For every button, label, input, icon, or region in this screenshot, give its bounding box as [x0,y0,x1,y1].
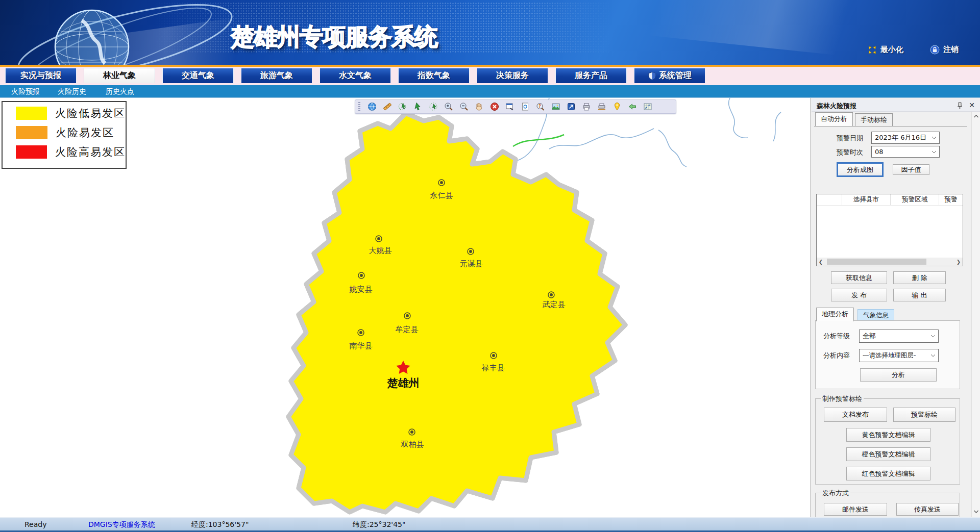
main-tabbar: 实况与预报 林业气象 交通气象 旅游气象 水文气象 指数气象 决策服务 服务产品… [0,67,980,85]
select-lasso-icon[interactable] [398,102,407,111]
minimize-button[interactable]: 最小化 [868,45,903,55]
map-export-icon[interactable] [567,102,576,111]
pin-icon[interactable] [612,102,622,111]
warning-plot-button[interactable]: 预警标绘 [893,408,955,422]
analyze-button[interactable]: 分析 [860,368,937,382]
chevron-down-icon [932,150,937,154]
panel-tab-auto-analysis[interactable]: 自动分析 [815,112,853,126]
column-header-warning[interactable]: 预警 [939,194,963,205]
county-label: 元谋县 [460,259,483,268]
analysis-level-label: 分析等级 [823,332,850,341]
subnav-fire-history[interactable]: 火险历史 [58,87,86,96]
svg-text:?: ? [538,104,541,109]
panel-tab-weather-info[interactable]: 气象信息 [857,309,894,320]
stop-icon[interactable] [490,102,499,111]
county-label: 大姚县 [369,246,392,255]
select-arrow-icon[interactable] [413,102,423,111]
shield-icon [648,71,656,81]
tab-forestry-weather[interactable]: 林业气象 [84,68,155,83]
pin-panel-icon[interactable] [955,102,964,110]
chevron-down-icon [930,335,936,338]
warn-time-label: 预警时次 [837,148,863,157]
column-header-region[interactable]: 预警区域 [891,194,939,205]
logout-button[interactable]: 注销 [930,45,959,55]
identify-icon[interactable]: ? [536,102,545,111]
toolbar-grip[interactable] [358,102,360,111]
publish-button[interactable]: 发 布 [831,289,887,301]
window-extent-icon[interactable] [505,102,514,111]
doc-publish-button[interactable]: 文档发布 [824,408,887,422]
back-arrow-icon[interactable] [628,102,637,111]
select-circle-icon[interactable] [429,102,438,111]
globe-logo-icon [5,0,240,65]
plot-print-icon[interactable] [597,102,606,111]
scrollbar-thumb[interactable] [827,259,926,265]
close-panel-icon[interactable]: ✕ [967,100,976,110]
orange-warning-doc-button[interactable]: 橙色预警文档编辑 [846,447,930,461]
scroll-up-icon[interactable] [973,114,979,119]
legend-row-low: 火险低易发区 [16,106,126,120]
yellow-warning-doc-button[interactable]: 黄色预警文档编辑 [846,428,930,442]
subnav-history-fire-points[interactable]: 历史火点 [106,87,134,96]
panel-header: 森林火险预报 ✕ [812,99,980,112]
legend-swatch-low [16,107,47,120]
chevron-down-icon [932,136,937,139]
overview-map-icon[interactable] [643,102,652,111]
zoom-out-icon[interactable] [459,102,469,111]
subnav-fire-forecast[interactable]: 火险预报 [11,87,40,96]
analyze-map-button[interactable]: 分析成图 [838,163,883,176]
tab-live-forecast[interactable]: 实况与预报 [5,68,77,83]
column-header[interactable] [817,194,842,205]
county-label: 姚安县 [350,285,373,294]
forest-fire-panel: 森林火险预报 ✕ 自动分析 手动标绘 预警日期 2023年 6月16日 预警时次… [811,98,980,517]
table-horizontal-scrollbar[interactable]: ❮ ❯ [817,258,963,266]
status-system-link[interactable]: DMGIS专项服务系统 [88,520,155,529]
tab-tourism-weather[interactable]: 旅游气象 [241,68,312,83]
tab-index-weather[interactable]: 指数气象 [398,68,470,83]
tab-decision-service[interactable]: 决策服务 [477,68,548,83]
tab-divider [814,126,967,126]
county-label: 双柏县 [401,440,424,449]
print-icon[interactable] [582,102,591,111]
warn-time-select[interactable]: 08 [871,146,940,158]
analysis-level-select[interactable]: 全部 [859,330,939,343]
panel-tab-geo-analysis[interactable]: 地理分析 [816,308,854,321]
zoom-in-icon[interactable] [444,102,453,111]
factor-value-button[interactable]: 因子值 [893,164,929,175]
globe-icon[interactable] [368,102,377,111]
legend-row-medium: 火险易发区 [16,125,126,140]
pan-hand-icon[interactable] [475,102,484,111]
delete-button[interactable]: 删 除 [893,271,946,284]
sub-navbar: 火险预报 火险历史 历史火点 [0,85,980,98]
panel-vertical-scrollbar[interactable] [971,112,980,517]
scroll-right-icon[interactable]: ❯ [954,259,963,265]
refresh-icon[interactable] [521,102,530,111]
status-longitude: 经度:103°56'57" [191,520,249,529]
fax-send-button[interactable]: 传真发送 [896,503,959,516]
column-header-county[interactable]: 选择县市 [842,194,891,205]
email-send-button[interactable]: 邮件发送 [824,503,887,516]
measure-icon[interactable] [383,102,392,111]
tab-service-products[interactable]: 服务产品 [555,68,627,83]
scroll-down-icon[interactable] [973,509,979,514]
panel-title: 森林火险预报 [817,102,856,111]
image-icon[interactable] [551,102,560,111]
tab-traffic-weather[interactable]: 交通气象 [162,68,234,83]
scroll-left-icon[interactable]: ❮ [817,259,825,265]
app-window: 楚雄州专项服务系统 最小化 注销 实况与预报 林业气象 交通气象 旅游气象 水文… [0,0,980,532]
county-label: 武定县 [543,300,566,309]
tab-system-management[interactable]: 系统管理 [634,68,705,83]
analysis-content-select[interactable]: 一请选择地理图层- [859,349,939,362]
map-canvas[interactable]: 永仁县 元谋县 大姚县 姚安县 武定县 牟定县 南华县 禄丰县 双柏县 楚雄州 … [0,98,811,517]
get-info-button[interactable]: 获取信息 [831,271,887,284]
warning-table[interactable]: 选择县市 预警区域 预警 ❮ ❯ [816,194,963,266]
warn-date-select[interactable]: 2023年 6月16日 [871,132,940,144]
export-button[interactable]: 输 出 [893,289,946,301]
panel-tab-manual-plot[interactable]: 手动标绘 [855,113,893,126]
county-label: 禄丰县 [482,363,505,372]
chevron-down-icon [930,354,936,357]
county-label: 永仁县 [430,191,453,200]
red-warning-doc-button[interactable]: 红色预警文档编辑 [846,467,930,480]
status-latitude: 纬度:25°32'45" [353,520,405,529]
tab-hydrology-weather[interactable]: 水文气象 [320,68,391,83]
